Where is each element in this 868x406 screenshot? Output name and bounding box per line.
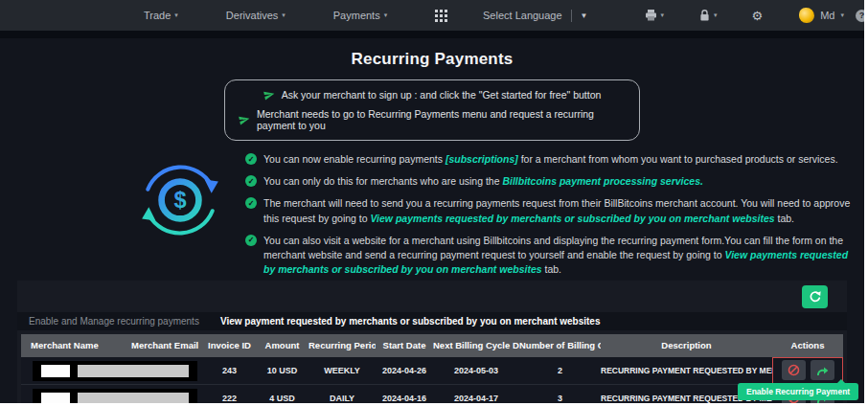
lock-icon [698,9,711,22]
main-content: Recurring Payments Ask your merchant to … [0,38,864,403]
enable-recurring-button[interactable] [811,360,834,380]
col-num-cycles: Number of Billing Cycles [519,340,601,350]
chevron-down-icon: ▾ [384,11,388,19]
col-start-date: Start Date [376,340,433,350]
cancel-recurring-button[interactable] [782,360,806,380]
col-invoice-id: Invoice ID [203,340,256,350]
cell-next-billing: 2024-05-03 [433,366,519,375]
cell-start-date: 2024-04-16 [376,394,433,403]
language-selector[interactable]: Select Language ▼ [483,10,588,22]
list-item: ✓ You can only do this for merchants who… [245,174,855,189]
cell-num-cycles: 3 [519,394,601,403]
language-label: Select Language [483,10,562,21]
user-menu[interactable]: Md ▾ [799,8,844,23]
bullet-text: You can only do this for merchants who a… [263,175,502,187]
refresh-icon [809,290,822,304]
recurring-dollar-icon: $ [136,156,224,278]
col-description: Description [601,340,772,350]
bullet-link[interactable]: View payments requested by merchants or … [371,213,775,224]
chevron-down-icon: ▾ [714,11,718,19]
table-header: Merchant Name Merchant Email Invoice ID … [21,334,843,357]
info-text: Merchant needs to go to Recurring Paymen… [257,108,626,131]
check-circle-icon: ✓ [245,235,257,246]
nav-trade[interactable]: Trade ▾ [144,10,178,21]
avatar [799,8,814,23]
chevron-down-icon: ▾ [840,11,844,19]
bullet-text: You can now enable recurring payments [263,153,445,165]
info-text: Ask your merchant to sign up : and click… [282,89,602,101]
chevron-down-icon: ▾ [282,11,286,19]
col-merchant-name: Merchant Name [21,340,122,350]
list-item: ✓ The merchant will need to send you a r… [245,196,855,225]
refresh-button[interactable] [802,285,828,308]
security-menu[interactable]: ▾ [698,9,718,22]
cell-actions [772,357,843,384]
table-row: 222 4 USD DAILY 2024-04-16 2024-04-17 3 … [21,385,843,403]
chevron-down-icon: ▾ [174,11,178,19]
nav-payments-label: Payments [333,10,380,21]
info-line: Merchant needs to go to Recurring Paymen… [239,108,626,131]
nav-derivatives-label: Derivatives [226,10,278,21]
tab-view-requested[interactable]: View payment requested by merchants or s… [220,316,601,327]
cell-num-cycles: 2 [519,366,601,375]
redacted-merchant-info [33,361,197,381]
info-line: Ask your merchant to sign up : and click… [239,89,626,101]
check-circle-icon: ✓ [245,197,257,209]
help-icon[interactable]: ? [856,10,864,22]
cell-amount: 4 USD [256,394,308,403]
page-title: Recurring Payments [0,50,864,69]
divider [571,10,572,22]
app-window: Trade ▾ Derivatives ▾ Payments ▾ Select … [0,0,864,403]
nav-derivatives[interactable]: Derivatives ▾ [226,10,286,21]
cell-amount: 10 USD [256,366,308,375]
col-amount: Amount [256,340,308,350]
info-box: Ask your merchant to sign up : and click… [224,79,640,141]
nav-payments[interactable]: Payments ▾ [333,10,387,21]
chevron-down-icon: ▾ [661,11,665,19]
svg-text:$: $ [173,188,186,213]
bullet-text: tab. [542,263,561,275]
intro-section: $ ✓ You can now enable recurring payment… [136,152,864,278]
redo-arrow-icon [815,365,829,376]
list-item: ✓ You can also visit a website for a mer… [245,234,855,278]
col-next-billing: Next Billing Cycle Date [433,340,519,350]
paper-plane-icon [263,88,276,102]
nav-trade-label: Trade [144,10,171,21]
list-item: ✓ You can now enable recurring payments … [245,152,855,167]
bullet-text: tab. [775,213,794,224]
tab-bar: Enable and Manage recurring payments Vie… [17,312,847,330]
paper-plane-icon [238,113,251,126]
cell-invoice-id: 243 [203,366,256,375]
bullet-highlight: Billbitcoins payment processing services… [502,175,703,187]
cell-invoice-id: 222 [203,394,256,403]
check-circle-icon: ✓ [245,153,257,165]
recurring-payments-panel: Enable and Manage recurring payments Vie… [17,281,847,403]
cell-recurring-period: WEEKLY [308,366,376,375]
main-nav: Trade ▾ Derivatives ▾ Payments ▾ [144,10,447,22]
printer-icon [644,9,658,22]
enable-recurring-tooltip: Enable Recurring Payment [738,383,858,400]
navbar-right: Select Language ▼ ▾ ▾ ⚙ [483,8,864,23]
cell-recurring-period: DAILY [308,394,376,403]
redacted-merchant-info [33,389,197,403]
recurring-payments-table: Merchant Name Merchant Email Invoice ID … [21,334,843,403]
bullet-text: for a merchant from whom you want to pur… [518,153,838,165]
col-recurring-period: Recurring Period [308,340,376,350]
table-row: 243 10 USD WEEKLY 2024-04-26 2024-05-03 … [21,357,843,385]
cell-description: RECURRING PAYMENT REQUESTED BY MERCHANT [601,366,772,375]
check-circle-icon: ✓ [245,175,257,187]
apps-grid-icon[interactable] [435,10,447,22]
cell-next-billing: 2024-04-17 [433,394,519,403]
top-navbar: Trade ▾ Derivatives ▾ Payments ▾ Select … [0,0,864,31]
tab-enable-manage[interactable]: Enable and Manage recurring payments [29,316,199,327]
username: Md [820,10,834,21]
gear-icon: ⚙ [752,9,764,23]
col-merchant-email: Merchant Email [122,340,203,350]
settings-button[interactable]: ⚙ [752,9,764,23]
printer-menu[interactable]: ▾ [644,9,665,22]
ban-icon [788,364,800,376]
divider [0,31,864,38]
cell-start-date: 2024-04-26 [376,366,433,375]
bullet-list: ✓ You can now enable recurring payments … [245,152,855,278]
bullet-highlight: [subscriptions] [445,153,518,165]
